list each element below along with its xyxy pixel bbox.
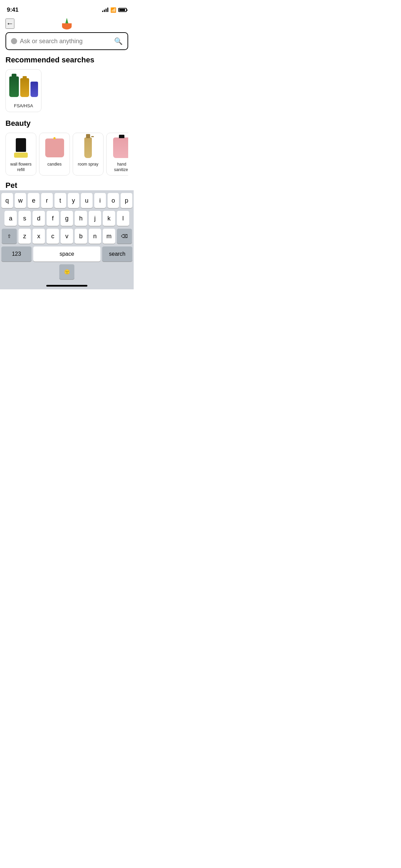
room-spray-label: room spray	[78, 162, 98, 167]
beauty-grid: wall flowers refill candles room spray	[5, 133, 128, 176]
candles-image	[42, 136, 66, 160]
nature-bottle	[20, 78, 29, 97]
beauty-title: Beauty	[5, 119, 128, 128]
key-b[interactable]: b	[75, 229, 87, 244]
key-n[interactable]: n	[89, 229, 101, 244]
key-c[interactable]: c	[47, 229, 59, 244]
key-z[interactable]: z	[19, 229, 31, 244]
wall-flowers-image	[9, 136, 33, 160]
delete-key[interactable]: ⌫	[117, 229, 132, 244]
keyboard-row-2: a s d f g h j k l	[1, 211, 132, 226]
search-bar[interactable]: 🔍	[5, 32, 128, 50]
wallflower-bottom	[14, 153, 28, 158]
room-spray-drawing	[84, 137, 92, 158]
home-indicator	[1, 282, 132, 288]
wall-flowers-card[interactable]: wall flowers refill	[5, 133, 36, 176]
key-o[interactable]: o	[108, 193, 119, 208]
key-y[interactable]: y	[68, 193, 80, 208]
wallflower-drawing	[14, 138, 28, 158]
keyboard-row-4: 123 space search	[1, 246, 132, 262]
search-key[interactable]: search	[102, 246, 132, 262]
key-v[interactable]: v	[61, 229, 73, 244]
key-h[interactable]: h	[75, 211, 87, 226]
keyboard-row-5: 🙂	[1, 264, 132, 279]
candles-label: candles	[47, 162, 61, 167]
hand-sanitizer-label: hand sanitizer	[109, 162, 128, 172]
nyquil-bottle	[9, 76, 19, 97]
key-e[interactable]: e	[28, 193, 39, 208]
emoji-key[interactable]: 🙂	[59, 264, 74, 279]
key-i[interactable]: i	[94, 193, 106, 208]
logo	[62, 18, 72, 29]
key-f[interactable]: f	[47, 211, 59, 226]
keyboard-row-1: q w e r t y u i o p	[1, 193, 132, 208]
nav-bar: ←	[0, 15, 134, 32]
recommended-title: Recommended searches	[5, 56, 128, 64]
key-t[interactable]: t	[54, 193, 66, 208]
wallflower-top	[16, 138, 26, 152]
key-l[interactable]: l	[117, 211, 129, 226]
candles-card[interactable]: candles	[39, 133, 70, 176]
search-input[interactable]	[20, 38, 111, 45]
shift-key[interactable]: ⇧	[2, 229, 17, 244]
keyboard-row-3: ⇧ z x c v b n m ⌫	[1, 229, 132, 244]
status-icons: 📶	[102, 7, 127, 13]
carrot-top	[64, 18, 69, 23]
keyboard: q w e r t y u i o p a s d f g h j k l ⇧ …	[0, 190, 134, 289]
carrot-logo	[62, 18, 72, 29]
hand-sanitizer-card[interactable]: hand sanitizer	[106, 133, 128, 176]
fsa-hsa-label: FSA/HSA	[14, 103, 33, 108]
fsa-hsa-card[interactable]: FSA/HSA	[5, 69, 41, 112]
hand-sanitizer-image	[110, 136, 128, 160]
vitamin-bottle	[31, 82, 38, 97]
space-key[interactable]: space	[33, 246, 100, 262]
carrot-body	[62, 23, 72, 29]
key-p[interactable]: p	[121, 193, 132, 208]
key-q[interactable]: q	[1, 193, 13, 208]
num-key[interactable]: 123	[1, 246, 32, 262]
wifi-icon: 📶	[110, 7, 116, 13]
key-x[interactable]: x	[33, 229, 45, 244]
beauty-section: Beauty wall flowers refill candles	[5, 119, 128, 176]
pet-section: Pet	[5, 181, 128, 190]
home-bar	[46, 285, 87, 287]
room-spray-card[interactable]: room spray	[73, 133, 104, 176]
status-bar: 9:41 📶	[0, 0, 134, 15]
key-w[interactable]: w	[15, 193, 26, 208]
recommended-section: Recommended searches FSA/HSA	[5, 56, 128, 112]
wall-flowers-label: wall flowers refill	[9, 162, 33, 172]
content-area: Recommended searches FSA/HSA Beauty	[0, 56, 134, 203]
sanitizer-drawing	[113, 137, 128, 158]
search-icon[interactable]: 🔍	[114, 37, 123, 45]
recommended-grid: FSA/HSA	[5, 69, 128, 112]
status-time: 9:41	[7, 7, 19, 13]
battery-icon	[118, 8, 127, 12]
key-m[interactable]: m	[103, 229, 115, 244]
room-spray-image	[76, 136, 100, 160]
search-container: 🔍	[0, 32, 134, 50]
key-a[interactable]: a	[4, 211, 17, 226]
key-r[interactable]: r	[41, 193, 53, 208]
key-j[interactable]: j	[89, 211, 101, 226]
key-k[interactable]: k	[103, 211, 115, 226]
fsa-hsa-image	[10, 73, 37, 100]
signal-icon	[102, 8, 108, 12]
pet-title: Pet	[5, 181, 128, 190]
key-d[interactable]: d	[33, 211, 45, 226]
key-g[interactable]: g	[61, 211, 73, 226]
candle-drawing	[45, 138, 64, 157]
back-button[interactable]: ←	[5, 19, 14, 29]
key-s[interactable]: s	[19, 211, 31, 226]
search-cursor	[11, 38, 17, 44]
key-u[interactable]: u	[81, 193, 93, 208]
